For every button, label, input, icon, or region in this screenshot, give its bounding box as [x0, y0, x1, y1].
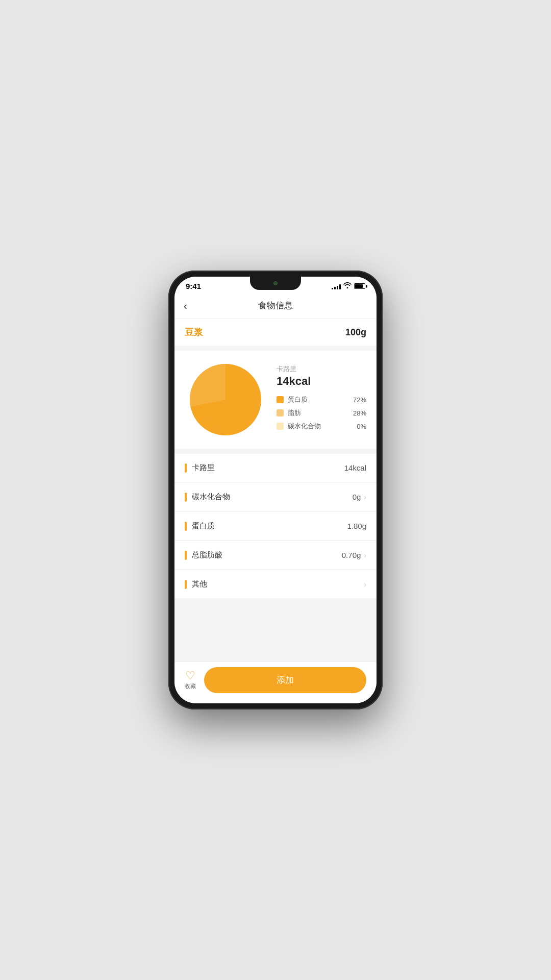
chevron-icon: ›	[364, 493, 366, 501]
pie-chart	[185, 359, 266, 440]
carbs-color-dot	[277, 423, 284, 430]
nutrient-bar	[185, 463, 187, 473]
page-title: 食物信息	[258, 300, 293, 311]
chart-legend: 卡路里 14kcal 蛋白质 72% 脂肪	[277, 364, 366, 435]
food-title-section: 豆浆 100g	[174, 319, 377, 346]
nutrient-name-others: 其他	[192, 579, 207, 589]
chart-section: 卡路里 14kcal 蛋白质 72% 脂肪	[174, 351, 377, 449]
legend-item-fat: 脂肪 28%	[277, 408, 366, 418]
food-amount: 100g	[345, 327, 366, 338]
nutrient-name-fat-acids: 总脂肪酸	[192, 550, 222, 560]
nutrient-item-protein: 蛋白质 1.80g	[174, 512, 377, 540]
nutrient-bar	[185, 551, 187, 560]
food-name: 豆浆	[185, 326, 203, 338]
status-time: 9:41	[186, 282, 201, 290]
phone-frame: 9:41	[168, 271, 383, 709]
nutrient-value-carbs: 0g	[353, 493, 361, 501]
nutrient-value-calories: 14kcal	[344, 463, 366, 472]
carbs-pct: 0%	[357, 423, 366, 430]
wifi-icon	[343, 282, 352, 290]
nutrient-value-fat-acids: 0.70g	[342, 551, 361, 559]
content-area: 豆浆 100g	[174, 319, 377, 662]
chevron-icon: ›	[364, 580, 366, 589]
status-icons	[332, 282, 365, 290]
nutrient-name-carbs: 碳水化合物	[192, 492, 230, 502]
legend-item-protein: 蛋白质 72%	[277, 395, 366, 404]
nutrient-bar	[185, 493, 187, 502]
calories-value: 14kcal	[277, 375, 366, 388]
nutrient-bar	[185, 522, 187, 531]
nutrient-item-carbs[interactable]: 碳水化合物 0g ›	[174, 483, 377, 511]
protein-pct: 72%	[353, 396, 366, 404]
chevron-icon: ›	[364, 551, 366, 559]
fat-color-dot	[277, 409, 284, 416]
notch	[250, 277, 301, 290]
protein-color-dot	[277, 396, 284, 403]
legend-item-carbs: 碳水化合物 0%	[277, 422, 366, 431]
nutrient-bar	[185, 580, 187, 589]
carbs-label: 碳水化合物	[288, 422, 321, 431]
front-camera	[273, 281, 278, 285]
favorite-button[interactable]: ♡ 收藏	[185, 670, 196, 690]
nutrient-value-protein: 1.80g	[347, 522, 366, 530]
page-header: ‹ 食物信息	[174, 292, 377, 319]
nutrient-name-calories: 卡路里	[192, 463, 215, 473]
nutrient-list: 卡路里 14kcal 碳水化合物 0g ›	[174, 454, 377, 598]
bottom-bar: ♡ 收藏 添加	[174, 662, 377, 703]
protein-label: 蛋白质	[288, 395, 308, 404]
fat-label: 脂肪	[288, 408, 301, 418]
nutrient-item-others[interactable]: 其他 ›	[174, 570, 377, 598]
nutrient-name-protein: 蛋白质	[192, 521, 215, 531]
calories-label: 卡路里	[277, 364, 366, 374]
nutrient-item-fat-acids[interactable]: 总脂肪酸 0.70g ›	[174, 541, 377, 569]
phone-screen: 9:41	[174, 277, 377, 703]
heart-icon: ♡	[185, 670, 195, 681]
battery-icon	[354, 283, 365, 289]
fat-pct: 28%	[353, 409, 366, 417]
battery-fill	[355, 284, 363, 288]
nutrient-item-calories: 卡路里 14kcal	[174, 454, 377, 482]
favorite-label: 收藏	[185, 682, 196, 690]
signal-icon	[332, 283, 341, 289]
add-button[interactable]: 添加	[204, 667, 366, 693]
back-button[interactable]: ‹	[184, 301, 187, 311]
